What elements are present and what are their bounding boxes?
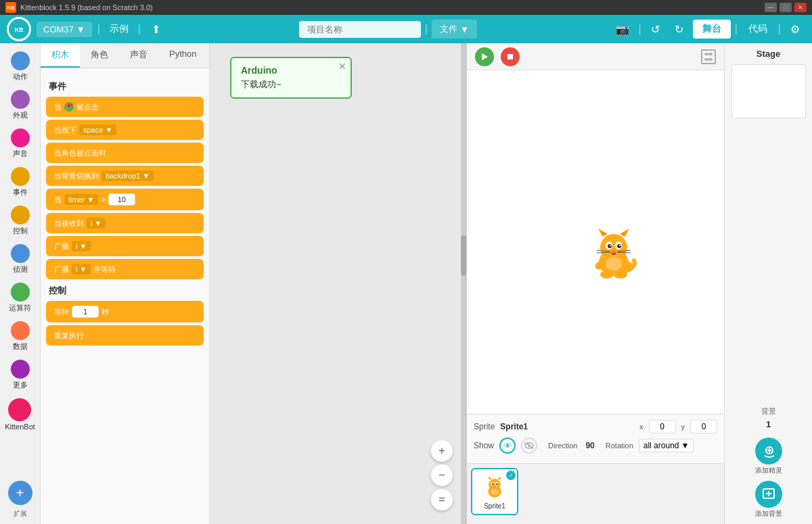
zoom-in-btn[interactable]: + xyxy=(431,440,453,462)
arduino-popup-close[interactable]: ✕ xyxy=(338,61,346,72)
show-eye-btn[interactable]: 👁 xyxy=(499,437,516,454)
sound-label: 声音 xyxy=(13,149,28,159)
block-broadcast[interactable]: 广播 i ▼ xyxy=(46,236,204,256)
receive-dropdown[interactable]: i ▼ xyxy=(87,218,106,229)
titlebar-logo: KB xyxy=(5,2,16,13)
project-name-input[interactable] xyxy=(299,21,421,38)
toolbar-logo: KB xyxy=(7,17,31,41)
block-receive[interactable]: 当接收到 i ▼ xyxy=(46,213,204,233)
add-sprite-icon xyxy=(755,437,782,465)
port-arrow: ▼ xyxy=(76,24,85,34)
x-input[interactable] xyxy=(649,420,676,433)
stage-area: Sprite Sprite1 x y Show 👁 Direction xyxy=(467,43,724,524)
code-btn[interactable]: 代码 xyxy=(742,20,774,39)
sprite-badge: ✓ xyxy=(506,471,516,480)
camera-btn[interactable]: 📷 xyxy=(610,20,635,39)
detect-dot xyxy=(11,244,30,263)
block-sprite-click[interactable]: 当角色被点击时 xyxy=(46,143,204,163)
zoom-reset-btn[interactable]: = xyxy=(431,489,453,510)
code-area[interactable]: ✕ Arduino 下载成功~ + − = xyxy=(210,43,467,524)
sound-dot xyxy=(11,128,30,147)
sidebar-item-control[interactable]: 控制 xyxy=(8,203,32,239)
titlebar-minimize[interactable]: — xyxy=(765,3,777,12)
arduino-popup: ✕ Arduino 下载成功~ xyxy=(230,57,352,99)
undo-btn[interactable]: ↺ xyxy=(646,20,665,39)
titlebar-controls[interactable]: — □ ✕ xyxy=(765,3,807,12)
svg-text:KB: KB xyxy=(15,26,24,33)
sep1: | xyxy=(97,23,100,35)
zoom-out-btn[interactable]: − xyxy=(431,465,453,486)
rotation-value: all around xyxy=(644,441,679,450)
block-keypress[interactable]: 当按下 space ▼ xyxy=(46,120,204,140)
scrollbar-thumb[interactable] xyxy=(461,235,466,276)
arduino-popup-title: Arduino xyxy=(241,65,341,76)
redo-btn[interactable]: ↻ xyxy=(669,20,689,39)
add-backdrop-btn[interactable]: 添加背景 xyxy=(755,481,782,519)
block-flag-click[interactable]: 当 🚩 被点击 xyxy=(46,97,204,117)
rotation-dropdown[interactable]: all around ▼ xyxy=(639,439,694,452)
svg-point-40 xyxy=(496,483,498,485)
sprite-properties: Sprite Sprite1 x y Show 👁 Direction xyxy=(467,414,724,463)
block-wait[interactable]: 等待 1 秒 xyxy=(46,301,204,323)
keypress-dropdown[interactable]: space ▼ xyxy=(79,124,116,135)
sprite-item-sprite1[interactable]: ✓ Sprite1 xyxy=(471,468,518,515)
block-timer-condition[interactable]: 当 timer ▼ > 10 xyxy=(46,189,204,210)
sidebar-item-event[interactable]: 事件 xyxy=(8,164,32,200)
code-canvas: ✕ Arduino 下载成功~ + − = xyxy=(210,43,466,524)
svg-point-28 xyxy=(614,270,627,279)
titlebar-close[interactable]: ✕ xyxy=(794,3,807,12)
add-extension-btn[interactable]: + xyxy=(8,481,32,505)
svg-point-41 xyxy=(494,485,496,487)
svg-rect-6 xyxy=(705,59,708,60)
broadcast-wait-dropdown[interactable]: i ▼ xyxy=(72,264,91,275)
backdrop-dropdown[interactable]: backdrop1 ▼ xyxy=(102,170,154,181)
block-repeat[interactable]: 重复执行 xyxy=(46,325,204,346)
event-label: 事件 xyxy=(13,187,28,197)
sidebar-item-more[interactable]: 更多 xyxy=(8,357,32,393)
timer-dropdown[interactable]: timer ▼ xyxy=(64,194,98,205)
sidebar-item-operator[interactable]: 运算符 xyxy=(6,280,34,316)
block-broadcast-wait[interactable]: 广播 i ▼ 并等待 xyxy=(46,259,204,279)
stop-btn[interactable] xyxy=(501,47,520,66)
cat-svg xyxy=(583,223,644,284)
titlebar-maximize[interactable]: □ xyxy=(780,3,792,12)
add-sprite-btn[interactable]: 添加精灵 xyxy=(755,437,782,475)
hide-eye-btn[interactable] xyxy=(521,437,537,454)
more-dot xyxy=(11,360,30,379)
blocks-content: 事件 当 🚩 被点击 当按下 space ▼ 当角色被点击时 当背景切换到 ba… xyxy=(41,68,209,524)
tab-sprite[interactable]: 角色 xyxy=(80,43,119,68)
action-label: 动作 xyxy=(13,72,28,82)
sidebar-item-sound[interactable]: 声音 xyxy=(8,126,32,162)
stage-thumbnail xyxy=(731,64,806,118)
file-menu-btn[interactable]: 文件 ▼ xyxy=(432,20,477,39)
operator-label: 运算符 xyxy=(9,303,31,313)
sidebar-item-appearance[interactable]: 外观 xyxy=(8,87,32,123)
play-btn[interactable] xyxy=(475,47,494,66)
svg-rect-7 xyxy=(709,59,712,60)
port-selector[interactable]: COM37 ▼ xyxy=(37,22,92,37)
settings-btn[interactable]: ⚙ xyxy=(785,20,805,39)
svg-point-19 xyxy=(619,245,621,246)
upload-btn[interactable]: ⬆ xyxy=(146,20,166,39)
sidebar-item-detect[interactable]: 侦测 xyxy=(8,241,32,277)
fullscreen-btn[interactable] xyxy=(701,49,716,64)
timer-value[interactable]: 10 xyxy=(108,193,135,206)
sidebar-item-action[interactable]: 动作 xyxy=(8,49,32,85)
svg-point-20 xyxy=(612,250,616,253)
svg-rect-5 xyxy=(709,53,712,55)
sprite-show-row: Show 👁 Direction 90 Rotation all around … xyxy=(474,437,717,454)
wait-value[interactable]: 1 xyxy=(72,306,99,318)
backdrop-label: 背景 xyxy=(761,406,776,416)
stage-btn[interactable]: 舞台 xyxy=(693,20,731,39)
vertical-scrollbar[interactable] xyxy=(461,43,466,524)
tab-blocks[interactable]: 积木 xyxy=(41,43,80,68)
sidebar-item-data[interactable]: 数据 xyxy=(8,318,32,354)
example-btn[interactable]: 示例 xyxy=(106,20,133,38)
arduino-popup-message: 下载成功~ xyxy=(241,78,341,91)
tab-python[interactable]: Python xyxy=(158,43,207,68)
sidebar-item-kittenbot[interactable]: KittenBot xyxy=(2,396,38,433)
broadcast-dropdown[interactable]: i ▼ xyxy=(72,241,91,252)
y-input[interactable] xyxy=(690,420,717,433)
tab-sound[interactable]: 声音 xyxy=(119,43,158,68)
block-backdrop-switch[interactable]: 当背景切换到 backdrop1 ▼ xyxy=(46,166,204,186)
